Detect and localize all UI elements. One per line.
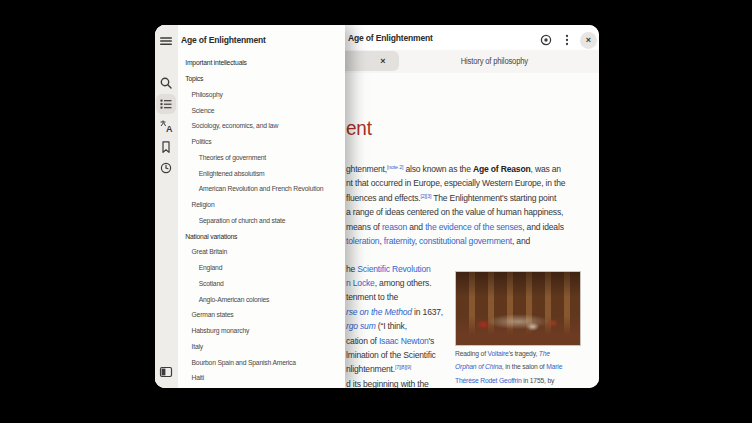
text-span: and — [407, 221, 425, 232]
toc-item-topics[interactable]: Topics — [178, 71, 328, 87]
wiki-link[interactable]: constitutional government — [419, 235, 512, 246]
toc-item-enlightened-absolutism[interactable]: Enlightened absolutism — [178, 166, 328, 182]
text-line: tenment to the — [346, 290, 398, 304]
text-line: means of reason and the evidence of the … — [346, 220, 564, 234]
text-span: 's — [429, 335, 435, 346]
close-icon[interactable]: × — [580, 32, 597, 49]
wiki-link[interactable]: Orphan of China — [455, 362, 502, 371]
text-span: nt that occurred in Europe, especially W… — [346, 177, 565, 188]
wiki-link[interactable]: the evidence of the senses — [425, 221, 522, 232]
wiki-link[interactable]: Scientific Revolution — [357, 263, 430, 274]
toc-item-haiti[interactable]: Haiti — [178, 370, 328, 386]
tab-history-of-philosophy[interactable]: History of philosophy — [399, 51, 589, 71]
text-line: fluences and effects.[2][3] The Enlighte… — [346, 191, 556, 206]
eye-icon[interactable] — [539, 33, 553, 47]
text-line: ghtenment,[note 2] also known as the Age… — [346, 162, 561, 177]
dual-pane-icon[interactable] — [159, 365, 173, 379]
window-title: Age of Enlightenment — [348, 32, 433, 43]
text-span: Reading of — [455, 349, 488, 358]
kebab-menu-icon[interactable] — [560, 33, 574, 47]
text-line: nt that occurred in Europe, especially W… — [346, 176, 565, 190]
text-line: Reading of Voltaire's tragedy, The — [455, 347, 550, 360]
wiki-link[interactable]: The — [539, 349, 550, 358]
wiki-link[interactable]: Voltaire — [488, 349, 509, 358]
toc-item-anglo-american-colonies[interactable]: Anglo-American colonies — [178, 292, 328, 308]
text-span: lmination of the Scientific — [346, 349, 436, 360]
text-span: The Enlightenment's starting point — [431, 192, 556, 203]
toc-item-important-intellectuals[interactable]: Important intellectuals — [178, 55, 328, 71]
text-line: toleration, fraternity, constitutional g… — [346, 234, 530, 248]
toc-list-icon[interactable] — [159, 97, 173, 111]
text-span: 's tragedy, — [509, 349, 539, 358]
text-span: , among others. — [375, 277, 432, 288]
wiki-link[interactable]: fraternity — [384, 235, 415, 246]
text-span: , and — [512, 235, 530, 246]
toc-list: Important intellectualsTopicsPhilosophyS… — [178, 25, 345, 388]
article-heading: ent — [346, 116, 372, 140]
text-span: in 1755, by — [521, 376, 554, 385]
text-line: he Scientific Revolution — [346, 262, 431, 276]
text-span: , and ideals — [522, 221, 564, 232]
wiki-link[interactable]: n Locke — [346, 277, 375, 288]
toc-item-italy[interactable]: Italy — [178, 339, 328, 355]
text-line: n Locke, among others. — [346, 276, 431, 290]
history-clock-icon[interactable] — [159, 161, 173, 175]
wiki-link[interactable]: toleration — [346, 235, 379, 246]
painting-thumbnail[interactable] — [455, 271, 581, 346]
toc-item-philosophy[interactable]: Philosophy — [178, 87, 328, 103]
toc-item-england[interactable]: England — [178, 260, 328, 276]
text-line: rgo sum (“I think, — [346, 319, 407, 333]
wiki-link[interactable]: Marie — [546, 362, 562, 371]
wiki-link[interactable]: Thérèse Rodet Geoffrin — [455, 376, 521, 385]
reference-sup[interactable]: [note 2] — [387, 164, 403, 170]
text-line: cation of Isaac Newton's — [346, 334, 434, 348]
toc-item-german-states[interactable]: German states — [178, 307, 328, 323]
toc-item-bourbon-spain-and-spanish-america[interactable]: Bourbon Spain and Spanish America — [178, 355, 328, 371]
wiki-link[interactable]: rse on the Method — [346, 306, 412, 317]
hamburger-menu-icon[interactable] — [159, 34, 173, 48]
toc-item-separation-of-church-and-state[interactable]: Separation of church and state — [178, 213, 328, 229]
text-span: a range of ideas centered on the value o… — [346, 206, 563, 217]
text-span: fluences and effects. — [346, 192, 421, 203]
translate-icon[interactable]: A — [159, 119, 173, 133]
toc-item-theories-of-government[interactable]: Theories of government — [178, 150, 328, 166]
reference-sup[interactable]: [2][3] — [421, 193, 432, 199]
article-figure — [455, 271, 583, 346]
toc-item-sociology-economics-and-law[interactable]: Sociology, economics, and law — [178, 118, 328, 134]
wiki-link[interactable]: Isaac Newton — [379, 335, 429, 346]
toc-item-great-britain[interactable]: Great Britain — [178, 244, 328, 260]
toc-item-science[interactable]: Science — [178, 103, 328, 119]
text-line: lmination of the Scientific — [346, 348, 436, 362]
screen: Age of Enlightenment × × History of phil… — [0, 0, 752, 423]
text-span: Age of Reason — [473, 163, 531, 174]
text-span: tenment to the — [346, 291, 398, 302]
toc-item-politics[interactable]: Politics — [178, 134, 328, 150]
toc-item-national-variations[interactable]: National variations — [178, 229, 328, 245]
svg-text:A: A — [166, 123, 173, 133]
toc-item-scotland[interactable]: Scotland — [178, 276, 328, 292]
bookmark-icon[interactable] — [159, 140, 173, 154]
text-line: Thérèse Rodet Geoffrin in 1755, by — [455, 374, 554, 387]
text-span: he — [346, 263, 357, 274]
text-span: ghtenment, — [346, 163, 387, 174]
icon-rail: A — [155, 25, 178, 388]
text-line: nlightenment.[7][8][9] — [346, 362, 411, 377]
reference-sup[interactable]: [7][8][9] — [395, 364, 411, 370]
text-line: Orphan of China, in the salon of Marie — [455, 360, 562, 373]
wiki-link[interactable]: reason — [382, 221, 407, 232]
text-span: means of — [346, 221, 382, 232]
toc-item-american-revolution-and-french-revolution[interactable]: American Revolution and French Revolutio… — [178, 181, 328, 197]
text-span: d its beginning with the — [346, 378, 429, 388]
search-icon[interactable] — [159, 76, 173, 90]
text-span: also known as the — [403, 163, 473, 174]
tab-close-icon[interactable]: × — [373, 51, 393, 71]
toc-item-religion[interactable]: Religion — [178, 197, 328, 213]
text-span: in 1637, — [412, 306, 443, 317]
text-line: a range of ideas centered on the value o… — [346, 205, 563, 219]
tab-label: History of philosophy — [460, 56, 527, 66]
wiki-link[interactable]: rgo sum — [346, 320, 376, 331]
toc-item-habsburg-monarchy[interactable]: Habsburg monarchy — [178, 323, 328, 339]
toc-sidebar-overlay: A Age — [155, 25, 345, 388]
text-span: , was an — [531, 163, 561, 174]
text-line: Anicet Charles Gabriel Lemonnier, — [455, 387, 552, 388]
